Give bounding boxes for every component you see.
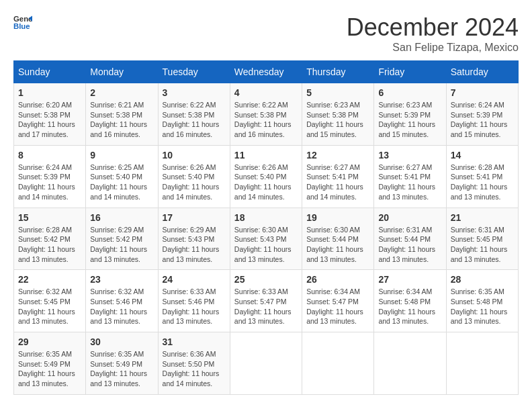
day-number: 24 <box>163 274 226 285</box>
day-number: 28 <box>451 274 514 285</box>
calendar-cell: 16Sunrise: 6:29 AMSunset: 5:42 PMDayligh… <box>86 208 158 270</box>
calendar-cell: 31Sunrise: 6:36 AMSunset: 5:50 PMDayligh… <box>158 332 230 395</box>
day-info: Sunrise: 6:34 AMSunset: 5:47 PMDaylight:… <box>306 287 369 326</box>
weekday-header-friday: Friday <box>374 61 446 83</box>
calendar-cell: 29Sunrise: 6:35 AMSunset: 5:49 PMDayligh… <box>14 332 86 395</box>
calendar-cell <box>230 332 302 395</box>
day-info: Sunrise: 6:27 AMSunset: 5:41 PMDaylight:… <box>306 163 369 202</box>
day-info: Sunrise: 6:20 AMSunset: 5:38 PMDaylight:… <box>18 100 81 140</box>
weekday-header-row: SundayMondayTuesdayWednesdayThursdayFrid… <box>14 61 519 83</box>
day-number: 13 <box>378 150 441 161</box>
day-number: 8 <box>18 150 81 161</box>
day-number: 26 <box>306 274 369 285</box>
month-title: December 2024 <box>347 13 519 42</box>
calendar-table: SundayMondayTuesdayWednesdayThursdayFrid… <box>13 60 519 395</box>
day-number: 20 <box>378 212 441 223</box>
calendar-cell: 28Sunrise: 6:35 AMSunset: 5:48 PMDayligh… <box>446 270 518 332</box>
calendar-cell: 5Sunrise: 6:23 AMSunset: 5:38 PMDaylight… <box>302 83 374 146</box>
calendar-cell: 20Sunrise: 6:31 AMSunset: 5:44 PMDayligh… <box>374 208 446 270</box>
day-number: 6 <box>378 87 441 98</box>
calendar-cell: 24Sunrise: 6:33 AMSunset: 5:46 PMDayligh… <box>158 270 230 332</box>
day-info: Sunrise: 6:34 AMSunset: 5:48 PMDaylight:… <box>378 287 441 326</box>
calendar-cell: 3Sunrise: 6:22 AMSunset: 5:38 PMDaylight… <box>158 83 230 146</box>
calendar-cell <box>302 332 374 395</box>
day-info: Sunrise: 6:30 AMSunset: 5:43 PMDaylight:… <box>234 225 298 265</box>
day-number: 17 <box>163 212 226 223</box>
day-info: Sunrise: 6:35 AMSunset: 5:49 PMDaylight:… <box>18 349 81 389</box>
day-info: Sunrise: 6:31 AMSunset: 5:44 PMDaylight:… <box>378 225 441 265</box>
day-number: 29 <box>18 336 81 347</box>
day-info: Sunrise: 6:22 AMSunset: 5:38 PMDaylight:… <box>163 100 226 140</box>
day-info: Sunrise: 6:24 AMSunset: 5:39 PMDaylight:… <box>451 100 514 140</box>
day-number: 3 <box>163 87 226 98</box>
weekday-header-wednesday: Wednesday <box>230 61 302 83</box>
day-number: 23 <box>90 274 153 285</box>
calendar-week-3: 15Sunrise: 6:28 AMSunset: 5:42 PMDayligh… <box>14 208 519 270</box>
calendar-cell: 13Sunrise: 6:27 AMSunset: 5:41 PMDayligh… <box>374 145 446 208</box>
calendar-cell: 23Sunrise: 6:32 AMSunset: 5:46 PMDayligh… <box>86 270 158 332</box>
day-info: Sunrise: 6:35 AMSunset: 5:48 PMDaylight:… <box>451 287 514 326</box>
weekday-header-monday: Monday <box>86 61 158 83</box>
day-info: Sunrise: 6:26 AMSunset: 5:40 PMDaylight:… <box>234 163 298 202</box>
calendar-week-2: 8Sunrise: 6:24 AMSunset: 5:39 PMDaylight… <box>14 145 519 208</box>
day-number: 31 <box>163 336 226 347</box>
weekday-header-thursday: Thursday <box>302 61 374 83</box>
day-number: 30 <box>90 336 153 347</box>
day-number: 7 <box>451 87 514 98</box>
day-info: Sunrise: 6:25 AMSunset: 5:40 PMDaylight:… <box>90 163 153 202</box>
calendar-cell: 25Sunrise: 6:33 AMSunset: 5:47 PMDayligh… <box>230 270 302 332</box>
day-info: Sunrise: 6:35 AMSunset: 5:49 PMDaylight:… <box>90 349 153 389</box>
calendar-cell: 15Sunrise: 6:28 AMSunset: 5:42 PMDayligh… <box>14 208 86 270</box>
day-number: 12 <box>306 150 369 161</box>
day-info: Sunrise: 6:27 AMSunset: 5:41 PMDaylight:… <box>378 163 441 202</box>
day-info: Sunrise: 6:32 AMSunset: 5:45 PMDaylight:… <box>18 287 81 326</box>
day-info: Sunrise: 6:29 AMSunset: 5:43 PMDaylight:… <box>163 225 226 265</box>
calendar-cell: 1Sunrise: 6:20 AMSunset: 5:38 PMDaylight… <box>14 83 86 146</box>
day-info: Sunrise: 6:23 AMSunset: 5:39 PMDaylight:… <box>378 100 441 140</box>
calendar-cell: 2Sunrise: 6:21 AMSunset: 5:38 PMDaylight… <box>86 83 158 146</box>
day-info: Sunrise: 6:23 AMSunset: 5:38 PMDaylight:… <box>306 100 369 140</box>
day-number: 11 <box>234 150 298 161</box>
calendar-cell <box>374 332 446 395</box>
day-number: 1 <box>18 87 81 98</box>
day-info: Sunrise: 6:21 AMSunset: 5:38 PMDaylight:… <box>90 100 153 140</box>
day-info: Sunrise: 6:33 AMSunset: 5:47 PMDaylight:… <box>234 287 298 326</box>
day-number: 2 <box>90 87 153 98</box>
day-info: Sunrise: 6:28 AMSunset: 5:42 PMDaylight:… <box>18 225 81 265</box>
calendar-cell <box>446 332 518 395</box>
day-info: Sunrise: 6:26 AMSunset: 5:40 PMDaylight:… <box>163 163 226 202</box>
day-number: 10 <box>163 150 226 161</box>
day-number: 18 <box>234 212 298 223</box>
svg-text:Blue: Blue <box>13 22 30 30</box>
day-number: 5 <box>306 87 369 98</box>
calendar-cell: 12Sunrise: 6:27 AMSunset: 5:41 PMDayligh… <box>302 145 374 208</box>
logo: General Blue <box>13 13 32 32</box>
calendar-cell: 30Sunrise: 6:35 AMSunset: 5:49 PMDayligh… <box>86 332 158 395</box>
day-number: 22 <box>18 274 81 285</box>
calendar-cell: 27Sunrise: 6:34 AMSunset: 5:48 PMDayligh… <box>374 270 446 332</box>
calendar-cell: 10Sunrise: 6:26 AMSunset: 5:40 PMDayligh… <box>158 145 230 208</box>
calendar-cell: 7Sunrise: 6:24 AMSunset: 5:39 PMDaylight… <box>446 83 518 146</box>
day-info: Sunrise: 6:24 AMSunset: 5:39 PMDaylight:… <box>18 163 81 202</box>
day-info: Sunrise: 6:31 AMSunset: 5:45 PMDaylight:… <box>451 225 514 265</box>
day-number: 21 <box>451 212 514 223</box>
title-block: December 2024 San Felipe Tizapa, Mexico <box>347 13 519 54</box>
calendar-cell: 26Sunrise: 6:34 AMSunset: 5:47 PMDayligh… <box>302 270 374 332</box>
calendar-cell: 22Sunrise: 6:32 AMSunset: 5:45 PMDayligh… <box>14 270 86 332</box>
calendar-cell: 11Sunrise: 6:26 AMSunset: 5:40 PMDayligh… <box>230 145 302 208</box>
weekday-header-tuesday: Tuesday <box>158 61 230 83</box>
day-info: Sunrise: 6:22 AMSunset: 5:38 PMDaylight:… <box>234 100 298 140</box>
day-number: 14 <box>451 150 514 161</box>
day-number: 16 <box>90 212 153 223</box>
calendar-cell: 14Sunrise: 6:28 AMSunset: 5:41 PMDayligh… <box>446 145 518 208</box>
day-info: Sunrise: 6:28 AMSunset: 5:41 PMDaylight:… <box>451 163 514 202</box>
page-header: General Blue December 2024 San Felipe Ti… <box>13 13 519 54</box>
logo-icon: General Blue <box>13 13 32 32</box>
day-number: 4 <box>234 87 298 98</box>
weekday-header-sunday: Sunday <box>14 61 86 83</box>
day-info: Sunrise: 6:33 AMSunset: 5:46 PMDaylight:… <box>163 287 226 326</box>
calendar-week-4: 22Sunrise: 6:32 AMSunset: 5:45 PMDayligh… <box>14 270 519 332</box>
calendar-cell: 4Sunrise: 6:22 AMSunset: 5:38 PMDaylight… <box>230 83 302 146</box>
calendar-cell: 19Sunrise: 6:30 AMSunset: 5:44 PMDayligh… <box>302 208 374 270</box>
day-info: Sunrise: 6:32 AMSunset: 5:46 PMDaylight:… <box>90 287 153 326</box>
